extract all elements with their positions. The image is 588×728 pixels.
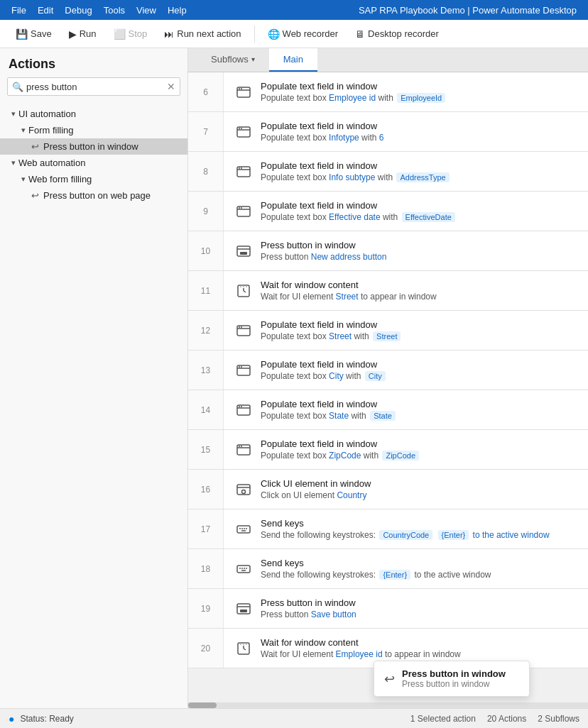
run-next-button[interactable]: ⏭ Run next action xyxy=(157,26,248,43)
svg-point-31 xyxy=(239,366,240,368)
sidebar-title: Actions xyxy=(0,48,187,77)
tab-main[interactable]: Main xyxy=(269,48,317,72)
table-row[interactable]: 10 Press button in window Press button N… xyxy=(188,231,588,271)
press-button-icon: ↩ xyxy=(31,141,39,152)
table-row[interactable]: 9 Populate text field in window Populate… xyxy=(188,192,588,231)
desktop-recorder-icon: 🖥 xyxy=(355,28,365,40)
save-button[interactable]: 💾 Save xyxy=(9,26,59,43)
row-action-icon xyxy=(234,281,254,301)
svg-rect-58 xyxy=(240,610,247,612)
tooltip-title: Press button in window xyxy=(402,668,506,679)
svg-point-36 xyxy=(241,406,242,407)
run-next-icon: ⏭ xyxy=(164,28,174,40)
horizontal-scrollbar[interactable] xyxy=(188,702,588,708)
menu-help[interactable]: Help xyxy=(162,4,192,17)
table-row[interactable]: 19 Press button in window Press button S… xyxy=(188,589,588,629)
table-row[interactable]: 12 Populate text field in window Populat… xyxy=(188,311,588,351)
subflow-count: 2 Subflows xyxy=(538,714,579,724)
press-button-webpage-label: Press button on web page xyxy=(43,190,151,201)
row-desc: Wait for UI element Employee id to appea… xyxy=(261,649,578,659)
save-icon: 💾 xyxy=(16,28,28,40)
row-text: Populate text field in window Populate t… xyxy=(261,121,578,143)
table-row[interactable]: 8 Populate text field in window Populate… xyxy=(188,152,588,192)
row-body: Populate text field in window Populate t… xyxy=(224,72,588,111)
row-desc: Populate text box Info subtype with Addr… xyxy=(261,172,578,182)
row-action-icon xyxy=(234,400,254,420)
menu-view[interactable]: View xyxy=(131,4,162,17)
svg-point-7 xyxy=(241,128,242,129)
row-body: Press button in window Press button New … xyxy=(224,231,588,270)
row-desc: Click on UI element Country xyxy=(261,490,578,500)
web-recorder-button[interactable]: 🌐 Web recorder xyxy=(261,26,346,43)
row-body: Click UI element in window Click on UI e… xyxy=(224,470,588,509)
row-body: Populate text field in window Populate t… xyxy=(224,192,588,231)
tooltip-popup: ↩ Press button in window Press button in… xyxy=(374,661,530,697)
row-number: 10 xyxy=(188,231,224,270)
row-action-icon xyxy=(234,599,254,619)
sidebar-item-form-filling[interactable]: ▾ Form filling xyxy=(0,122,187,138)
row-action-icon xyxy=(234,559,254,579)
menu-file[interactable]: File xyxy=(6,4,32,17)
table-row[interactable]: 18 Send keys Send the following keystrok… xyxy=(188,549,588,589)
row-title: Populate text field in window xyxy=(261,81,578,92)
row-desc: Populate text box Employee id with Emplo… xyxy=(261,93,578,103)
expand-arrow: ▾ xyxy=(11,109,16,118)
table-row[interactable]: 13 Populate text field in window Populat… xyxy=(188,351,588,390)
row-body: Populate text field in window Populate t… xyxy=(224,390,588,429)
menu-edit[interactable]: Edit xyxy=(32,4,59,17)
row-number: 12 xyxy=(188,311,224,350)
row-number: 6 xyxy=(188,72,224,111)
status-bar: ● Status: Ready 1 Selected action 20 Act… xyxy=(0,708,588,728)
table-row[interactable]: 15 Populate text field in window Populat… xyxy=(188,430,588,470)
form-filling-label: Form filling xyxy=(28,125,74,136)
svg-rect-18 xyxy=(240,252,247,255)
row-number: 14 xyxy=(188,390,224,429)
table-row[interactable]: 11 Wait for window content Wait for UI e… xyxy=(188,271,588,311)
table-row[interactable]: 7 Populate text field in window Populate… xyxy=(188,112,588,152)
sidebar-item-ui-automation[interactable]: ▾ UI automation xyxy=(0,106,187,122)
row-number: 11 xyxy=(188,271,224,310)
row-text: Wait for window content Wait for UI elem… xyxy=(261,637,578,659)
sidebar-item-press-button-webpage[interactable]: ↩ Press button on web page xyxy=(0,187,187,204)
main-layout: Actions 🔍 ✕ ▾ UI automation ▾ Form filli… xyxy=(0,48,588,708)
menu-tools[interactable]: Tools xyxy=(98,4,131,17)
row-text: Send keys Send the following keystrokes:… xyxy=(261,518,578,540)
sidebar-item-web-automation[interactable]: ▾ Web automation xyxy=(0,155,187,171)
sidebar-tree: ▾ UI automation ▾ Form filling ↩ Press b… xyxy=(0,103,187,708)
row-title: Wait for window content xyxy=(261,637,578,648)
row-text: Populate text field in window Populate t… xyxy=(261,319,578,341)
table-row[interactable]: 16 Click UI element in window Click on U… xyxy=(188,470,588,509)
sidebar-item-press-button-window[interactable]: ↩ Press button in window xyxy=(0,138,187,155)
flow-content: 6 Populate text field in window Populate… xyxy=(188,72,588,702)
menu-debug[interactable]: Debug xyxy=(59,4,97,17)
row-text: Wait for window content Wait for UI elem… xyxy=(261,280,578,302)
table-row[interactable]: 17 Send keys Send the following keystrok… xyxy=(188,509,588,549)
search-clear-icon[interactable]: ✕ xyxy=(167,81,175,92)
stop-button[interactable]: ⬜ Stop xyxy=(107,26,155,43)
row-number: 13 xyxy=(188,351,224,390)
row-body: Populate text field in window Populate t… xyxy=(224,152,588,191)
scrollbar-thumb[interactable] xyxy=(188,702,217,708)
svg-point-32 xyxy=(241,366,242,368)
row-desc: Wait for UI element Street to appear in … xyxy=(261,292,578,302)
row-text: Populate text field in window Populate t… xyxy=(261,81,578,103)
table-row[interactable]: 6 Populate text field in window Populate… xyxy=(188,72,588,112)
table-row[interactable]: 14 Populate text field in window Populat… xyxy=(188,390,588,430)
svg-point-40 xyxy=(241,446,242,447)
ui-automation-label: UI automation xyxy=(18,109,76,119)
row-title: Wait for window content xyxy=(261,280,578,290)
web-form-filling-label: Web form filling xyxy=(28,174,92,184)
row-action-icon xyxy=(234,360,254,380)
desktop-recorder-button[interactable]: 🖥 Desktop recorder xyxy=(348,26,446,43)
svg-point-14 xyxy=(239,207,240,209)
sidebar-item-web-form-filling[interactable]: ▾ Web form filling xyxy=(0,171,187,187)
row-desc: Populate text box State with State xyxy=(261,411,578,421)
svg-point-15 xyxy=(241,207,242,209)
svg-line-21 xyxy=(244,291,246,292)
row-action-icon xyxy=(234,202,254,221)
status-right: 1 Selected action 20 Actions 2 Subflows xyxy=(410,714,579,724)
run-button[interactable]: ▶ Run xyxy=(62,26,104,43)
search-input[interactable] xyxy=(26,82,167,92)
row-title: Press button in window xyxy=(261,597,578,608)
tab-subflows[interactable]: Subflows ▾ xyxy=(197,48,269,72)
